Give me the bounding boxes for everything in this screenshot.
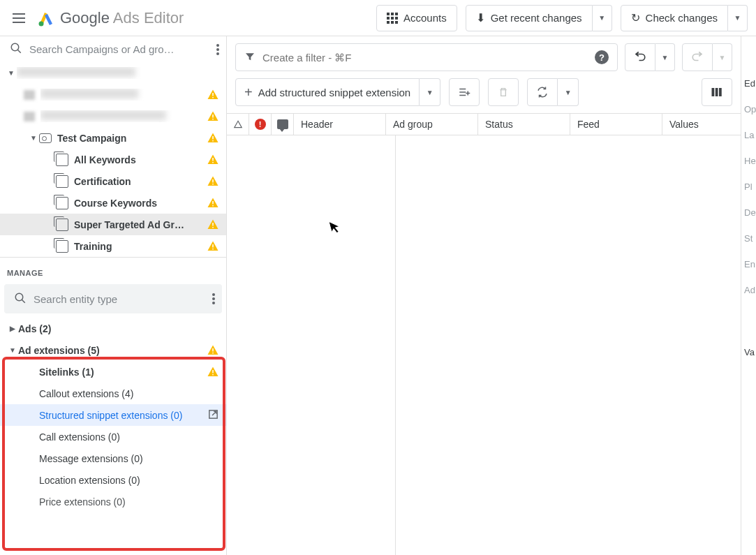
google-ads-logo-icon: [38, 10, 54, 27]
check-changes-label: Check changes: [646, 12, 718, 24]
warning-icon: [207, 366, 219, 378]
entity-label: Price extensions (0): [39, 496, 219, 508]
right-values: Va: [744, 347, 753, 357]
open-external-icon[interactable]: [207, 408, 219, 422]
entity-label: Structured snippet extensions (0): [39, 410, 207, 421]
entity-ad-extensions[interactable]: ▼ Ad extensions (5): [0, 339, 226, 361]
account-child-row[interactable]: [0, 105, 226, 127]
entity-search: [4, 284, 222, 313]
svg-point-2: [39, 21, 44, 26]
svg-point-3: [11, 43, 19, 51]
add-extension-button[interactable]: + Add structured snippet extension: [235, 78, 420, 106]
campaign-tree: ▼ ▼ Test Campaign All Keywords: [0, 62, 226, 257]
redo-dropdown[interactable]: ▼: [713, 43, 732, 71]
columns-button[interactable]: [702, 78, 732, 106]
warning-icon: [207, 89, 219, 101]
right-item: La: [744, 130, 753, 140]
comment-icon: [277, 119, 288, 129]
th-feed[interactable]: Feed: [570, 114, 662, 135]
campaign-row[interactable]: ▼ Test Campaign: [0, 127, 226, 149]
entity-list: ▶ Ads (2) ▼ Ad extensions (5) Sitelinks …: [0, 318, 226, 555]
delete-button[interactable]: [488, 78, 519, 106]
adgroup-row[interactable]: Course Keywords: [0, 192, 226, 214]
entity-label: Callout extensions (4): [39, 388, 219, 399]
campaign-icon: [39, 133, 52, 143]
replace-button[interactable]: [527, 78, 558, 106]
top-bar: Google Ads Editor Accounts ⬇ Get recent …: [0, 0, 756, 36]
adgroup-label: Super Targeted Ad Gr…: [74, 219, 207, 230]
svg-rect-13: [712, 88, 715, 96]
entity-sitelinks[interactable]: Sitelinks (1): [0, 361, 226, 383]
undo-dropdown[interactable]: ▼: [655, 43, 675, 71]
entity-search-more-icon[interactable]: [212, 293, 215, 304]
add-button-label: Add structured snippet extension: [258, 87, 410, 98]
plus-icon: +: [244, 84, 253, 101]
account-child-row[interactable]: [0, 84, 226, 105]
get-recent-label: Get recent changes: [491, 12, 582, 24]
warning-icon: [207, 344, 219, 357]
campaign-label: Test Campaign: [57, 133, 207, 144]
redo-button[interactable]: [682, 43, 713, 71]
add-extension-dropdown[interactable]: ▼: [420, 78, 440, 106]
svg-line-4: [17, 50, 21, 53]
campaign-search: [0, 36, 226, 62]
th-label: Header: [301, 119, 333, 130]
entity-label: Sitelinks (1): [39, 367, 207, 378]
adgroup-row[interactable]: Training: [0, 235, 226, 257]
entity-structured-snippet[interactable]: Structured snippet extensions (0): [0, 404, 226, 426]
warning-icon: [207, 110, 219, 123]
manage-header: MANAGE: [0, 258, 226, 284]
th-error[interactable]: !: [249, 114, 272, 135]
th-values[interactable]: Values: [662, 114, 741, 135]
undo-button[interactable]: [625, 43, 655, 71]
right-panel: Ed Op La He Pl De St En Ad Va: [741, 36, 756, 555]
check-changes-dropdown[interactable]: ▼: [728, 5, 748, 31]
table-header: ! Header Ad group Status Feed Values: [227, 113, 741, 135]
adgroup-row[interactable]: All Keywords: [0, 149, 226, 170]
right-item: Op: [744, 104, 753, 114]
entity-price[interactable]: Price extensions (0): [0, 491, 226, 512]
th-delta[interactable]: [227, 114, 249, 135]
adgroup-row-selected[interactable]: Super Targeted Ad Gr…: [0, 214, 226, 235]
help-icon[interactable]: ?: [595, 50, 609, 64]
adgroup-icon: [56, 197, 68, 209]
entity-message[interactable]: Message extensions (0): [0, 447, 226, 469]
entity-call[interactable]: Call extensions (0): [0, 426, 226, 447]
mouse-cursor: [328, 218, 343, 239]
get-recent-changes-button[interactable]: ⬇ Get recent changes: [466, 5, 593, 31]
entity-location[interactable]: Location extensions (0): [0, 469, 226, 491]
multi-add-button[interactable]: [449, 78, 480, 106]
check-changes-button[interactable]: ↻ Check changes: [621, 5, 728, 31]
adgroup-row[interactable]: Certification: [0, 170, 226, 192]
th-adgroup[interactable]: Ad group: [386, 114, 478, 135]
replace-dropdown[interactable]: ▼: [558, 78, 579, 106]
filter-icon: [244, 51, 255, 64]
campaign-search-input[interactable]: [29, 43, 209, 55]
account-row[interactable]: ▼: [0, 62, 226, 84]
entity-callout[interactable]: Callout extensions (4): [0, 383, 226, 404]
campaign-search-more-icon[interactable]: [216, 44, 219, 55]
sidebar: ▼ ▼ Test Campaign All Keywords: [0, 36, 227, 555]
th-status[interactable]: Status: [478, 114, 570, 135]
entity-ads[interactable]: ▶ Ads (2): [0, 318, 226, 339]
entity-label: Call extensions (0): [39, 431, 219, 443]
th-header[interactable]: Header: [294, 114, 386, 135]
th-label: Feed: [577, 119, 600, 130]
warning-icon: [207, 132, 219, 145]
filter-box: ?: [235, 43, 618, 71]
error-icon: !: [255, 119, 266, 130]
right-item: Pl: [744, 182, 753, 192]
accounts-button[interactable]: Accounts: [376, 5, 457, 31]
hamburger-menu-icon[interactable]: [8, 9, 29, 27]
app-logo: Google Ads Editor: [38, 9, 184, 27]
entity-search-input[interactable]: [34, 293, 205, 305]
get-recent-dropdown[interactable]: ▼: [593, 5, 612, 31]
svg-rect-14: [716, 88, 718, 96]
entity-label: Ads (2): [18, 323, 219, 334]
th-comment[interactable]: [272, 114, 294, 135]
warning-icon: [207, 154, 219, 166]
filter-input[interactable]: [262, 52, 588, 64]
action-toolbar: + Add structured snippet extension ▼ ▼: [227, 78, 741, 113]
svg-point-5: [15, 293, 23, 301]
adgroup-label: All Keywords: [74, 154, 207, 165]
